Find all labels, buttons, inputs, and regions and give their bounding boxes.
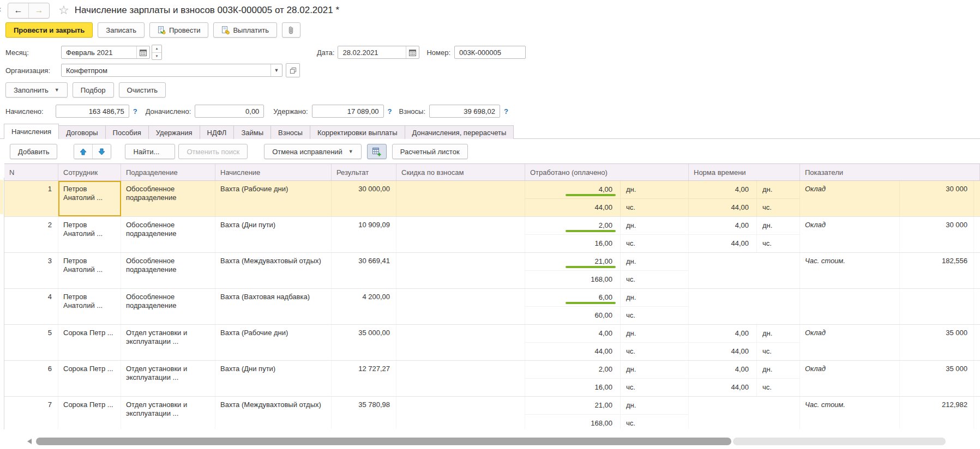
cell-employee[interactable]: Петров Анатолий ...	[58, 289, 121, 324]
cell-time[interactable]: 4,00дн. 44,00чс.	[689, 181, 800, 216]
grid-row-3[interactable]: 3 Петров Анатолий ... Обособленное подра…	[4, 253, 980, 289]
forward-button[interactable]: →	[28, 3, 49, 18]
accrued-help-link[interactable]: ?	[133, 107, 137, 116]
fill-button[interactable]: Заполнить▼	[5, 82, 68, 98]
cell-indicator-value[interactable]	[900, 289, 974, 324]
cell-indicator-value[interactable]: 35 000	[900, 361, 974, 396]
cell-time[interactable]: 4,00дн. 44,00чс.	[689, 217, 800, 252]
tab-6[interactable]: Взносы	[270, 125, 310, 139]
cell-result[interactable]: 10 909,09	[332, 217, 396, 252]
contributions-help-link[interactable]: ?	[504, 107, 508, 116]
find-button[interactable]: Найти...	[125, 144, 175, 159]
contributions-input[interactable]: 39 698,02	[429, 105, 500, 118]
favorite-star-icon[interactable]: ☆	[58, 4, 69, 16]
column-header-8[interactable]: Показатели	[800, 164, 980, 180]
cell-employee[interactable]: Петров Анатолий ...	[58, 253, 121, 288]
cell-result[interactable]: 35 000,00	[332, 325, 396, 360]
cell-contribution-discount[interactable]	[396, 397, 525, 429]
cell-indicator-name[interactable]: Оклад	[800, 181, 900, 216]
additional-accrued-input[interactable]: 0,00	[195, 105, 264, 118]
attachments-button[interactable]	[282, 22, 300, 38]
tab-4[interactable]: НДФЛ	[200, 125, 235, 139]
cell-accrual[interactable]: Вахта (Дни пути)	[215, 361, 332, 396]
date-calendar-icon[interactable]	[406, 46, 419, 58]
grid-row-5[interactable]: 5 Сорока Петр ... Отдел установки и эксп…	[4, 325, 980, 361]
cell-department[interactable]: Обособленное подразделение	[121, 217, 215, 252]
column-header-0[interactable]: N	[4, 164, 58, 180]
cell-result[interactable]: 35 780,98	[332, 397, 396, 429]
move-down-button[interactable]	[92, 144, 111, 159]
pick-button[interactable]: Подбор	[73, 82, 114, 98]
month-input[interactable]: Февраль 2021	[61, 46, 150, 59]
cell-contribution-discount[interactable]	[396, 253, 525, 288]
undo-corrections-button[interactable]: Отмена исправлений▼	[264, 144, 362, 159]
cell-contribution-discount[interactable]	[396, 181, 525, 216]
cell-contribution-discount[interactable]	[396, 361, 525, 396]
cell-department[interactable]: Обособленное подразделение	[121, 253, 215, 288]
cell-employee[interactable]: Сорока Петр ...	[58, 361, 121, 396]
withheld-input[interactable]: 17 089,00	[312, 105, 384, 118]
column-header-4[interactable]: Результат	[332, 164, 396, 180]
column-header-1[interactable]: Сотрудник	[58, 164, 121, 180]
cell-department[interactable]: Обособленное подразделение	[121, 181, 215, 216]
cell-employee[interactable]: Сорока Петр ...	[58, 325, 121, 360]
save-button[interactable]: Записать	[98, 22, 145, 38]
cell-employee[interactable]: Петров Анатолий ...	[58, 217, 121, 252]
cell-time-norm[interactable]	[689, 253, 800, 288]
cell-contribution-discount[interactable]	[396, 217, 525, 252]
cell-result[interactable]: 30 000,00	[332, 181, 396, 216]
withheld-help-link[interactable]: ?	[388, 107, 392, 116]
clear-button[interactable]: Очистить	[119, 82, 166, 98]
grid-row-4[interactable]: 4 Петров Анатолий ... Обособленное подра…	[4, 289, 980, 325]
cell-department[interactable]: Обособленное подразделение	[121, 289, 215, 324]
back-button[interactable]: ←	[8, 3, 28, 18]
tab-0[interactable]: Начисления	[4, 124, 59, 139]
organization-dropdown-icon[interactable]: ▼	[270, 64, 282, 76]
cell-indicator-value[interactable]: 182,556	[900, 253, 974, 288]
tab-2[interactable]: Пособия	[105, 125, 149, 139]
column-header-6[interactable]: Отработано (оплачено)	[525, 164, 689, 180]
cell-accrual[interactable]: Вахта (Междувахтовый отдых)	[215, 253, 332, 288]
cell-time[interactable]: 21,00дн. 168,00чс.	[525, 397, 689, 429]
cell-indicator-value[interactable]: 212,982	[900, 397, 974, 429]
grid-row-7[interactable]: 7 Сорока Петр ... Отдел установки и эксп…	[4, 397, 980, 429]
move-up-button[interactable]	[74, 144, 92, 159]
cell-result[interactable]: 30 669,41	[332, 253, 396, 288]
cell-accrual[interactable]: Вахта (Вахтовая надбавка)	[215, 289, 332, 324]
grid-row-6[interactable]: 6 Сорока Петр ... Отдел установки и эксп…	[4, 361, 980, 397]
cell-time[interactable]: 4,00дн. 44,00чс.	[689, 361, 800, 396]
cell-accrual[interactable]: Вахта (Междувахтовый отдых)	[215, 397, 332, 429]
cell-result[interactable]: 12 727,27	[332, 361, 396, 396]
scroll-left-icon[interactable]	[25, 439, 32, 444]
cell-department[interactable]: Отдел установки и эксплуатации ...	[121, 325, 215, 360]
cell-indicator-name[interactable]: Час. стоим.	[800, 397, 900, 429]
post-and-close-button[interactable]: Провести и закрыть	[5, 22, 93, 38]
cell-indicator-name[interactable]: Час. стоим.	[800, 253, 900, 288]
organization-combobox[interactable]: Конфетпром ▼	[61, 64, 282, 77]
column-header-3[interactable]: Начисление	[215, 164, 332, 180]
cell-department[interactable]: Отдел установки и эксплуатации ...	[121, 361, 215, 396]
accrued-input[interactable]: 163 486,75	[56, 105, 129, 118]
cell-indicator-name[interactable]: Оклад	[800, 325, 900, 360]
cell-time[interactable]: 4,00дн. 44,00чс.	[689, 325, 800, 360]
cell-indicator-name[interactable]: Оклад	[800, 361, 900, 396]
grid-row-1[interactable]: 1 Петров Анатолий ... Обособленное подра…	[4, 181, 980, 217]
cell-time[interactable]: 2,00дн. 16,00чс.	[525, 361, 689, 396]
cell-time-norm[interactable]	[689, 397, 800, 429]
grid-row-2[interactable]: 2 Петров Анатолий ... Обособленное подра…	[4, 217, 980, 253]
column-header-7[interactable]: Норма времени	[689, 164, 800, 180]
cell-contribution-discount[interactable]	[396, 289, 525, 324]
tab-8[interactable]: Доначисления, перерасчеты	[405, 125, 514, 139]
add-row-button[interactable]: Добавить	[10, 144, 57, 159]
column-header-5[interactable]: Скидка по взносам	[396, 164, 525, 180]
scrollbar-thumb[interactable]	[36, 438, 731, 445]
cell-indicator-name[interactable]	[800, 289, 900, 324]
column-header-2[interactable]: Подразделение	[121, 164, 215, 180]
cell-indicator-name[interactable]: Оклад	[800, 217, 900, 252]
horizontal-scrollbar[interactable]	[25, 437, 946, 446]
tab-1[interactable]: Договоры	[58, 125, 105, 139]
cell-department[interactable]: Отдел установки и эксплуатации ...	[121, 397, 215, 429]
month-calendar-icon[interactable]	[136, 46, 149, 58]
month-stepper[interactable]: ▲▼	[152, 45, 162, 60]
number-input[interactable]: 003К-000005	[454, 46, 526, 59]
